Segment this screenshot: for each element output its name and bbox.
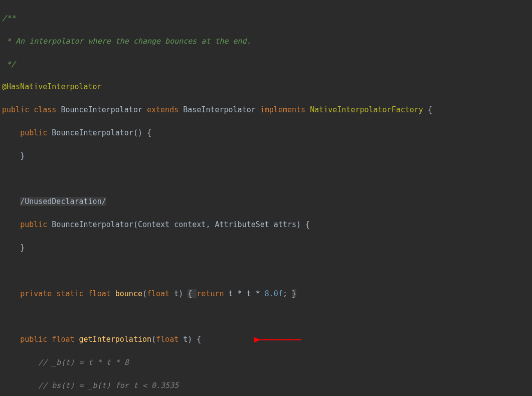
comma: , bbox=[206, 220, 215, 229]
code-line: public float getInterpolation(float t) { bbox=[2, 334, 532, 345]
brace-open: { bbox=[423, 105, 432, 114]
suppressed-inspection: /UnusedDeclaration/ bbox=[20, 197, 106, 206]
code-line: } bbox=[2, 242, 532, 254]
javadoc-body: * An interpolator where the change bounc… bbox=[2, 37, 251, 46]
keyword-public: public bbox=[20, 128, 47, 137]
class-name: BounceInterpolator bbox=[61, 105, 142, 114]
brace-close: } bbox=[292, 289, 296, 298]
code-line: public class BounceInterpolator extends … bbox=[2, 104, 532, 116]
param-name: t bbox=[169, 289, 179, 298]
code-line: private static float bounce(float t) { r… bbox=[2, 288, 532, 300]
code-line: /UnusedDeclaration/ bbox=[2, 196, 532, 208]
param-type: float bbox=[156, 335, 179, 344]
param-name: t bbox=[179, 335, 188, 344]
keyword-extends: extends bbox=[147, 105, 179, 114]
keyword-private: private bbox=[20, 289, 52, 298]
code-line: } bbox=[2, 150, 532, 162]
constructor-name: BounceInterpolator bbox=[52, 220, 133, 229]
paren-close: ) bbox=[179, 289, 188, 298]
code-line bbox=[2, 265, 532, 277]
keyword-implements: implements bbox=[260, 105, 305, 114]
brace-close: } bbox=[20, 243, 25, 252]
semicolon: ; bbox=[283, 289, 292, 298]
param-name: attrs bbox=[269, 220, 296, 229]
comment: // bs(t) = _b(t) for t < 0.3535 bbox=[38, 381, 179, 390]
expr: t * t * bbox=[224, 289, 265, 298]
code-line bbox=[2, 311, 532, 322]
param-type: AttributeSet bbox=[215, 220, 269, 229]
return-type: float bbox=[52, 335, 74, 344]
param-type: float bbox=[147, 289, 169, 298]
number: 8.0f bbox=[265, 289, 283, 298]
paren-open: ( bbox=[151, 335, 156, 344]
superclass: BaseInterpolator bbox=[183, 105, 256, 114]
comment: // _b(t) = t * t * 8 bbox=[38, 358, 129, 367]
code-line: // bs(t) = _b(t) for t < 0.3535 bbox=[2, 380, 532, 391]
brace-close: } bbox=[20, 151, 25, 160]
paren-open: ( bbox=[142, 289, 147, 298]
param-name: context bbox=[169, 220, 206, 229]
keyword-public: public bbox=[20, 220, 47, 229]
constructor-sig: () { bbox=[133, 128, 151, 137]
paren-close: ) { bbox=[296, 220, 310, 229]
code-editor[interactable]: /** * An interpolator where the change b… bbox=[0, 0, 532, 396]
arrow-annotation-icon bbox=[254, 335, 304, 345]
keyword-static: static bbox=[56, 289, 83, 298]
method-name: getInterpolation bbox=[79, 335, 152, 344]
code-line: public BounceInterpolator() { bbox=[2, 127, 532, 139]
param-type: Context bbox=[138, 220, 169, 229]
paren-open: ( bbox=[133, 220, 138, 229]
keyword-public: public bbox=[20, 335, 47, 344]
code-line: /** bbox=[2, 13, 532, 24]
return-type: float bbox=[88, 289, 111, 298]
brace-open: { bbox=[188, 289, 197, 298]
code-line: // _b(t) = t * t * 8 bbox=[2, 357, 532, 368]
keyword-return: return bbox=[197, 289, 224, 298]
method-name: bounce bbox=[115, 289, 142, 298]
keyword-public: public bbox=[2, 105, 29, 114]
constructor-name: BounceInterpolator bbox=[52, 128, 133, 137]
code-line: @HasNativeInterpolator bbox=[2, 81, 532, 93]
code-line: public BounceInterpolator(Context contex… bbox=[2, 219, 532, 231]
code-line: */ bbox=[2, 59, 532, 70]
annotation: @HasNativeInterpolator bbox=[2, 82, 102, 91]
code-line bbox=[2, 173, 532, 185]
code-line: * An interpolator where the change bounc… bbox=[2, 36, 532, 47]
keyword-class: class bbox=[34, 105, 56, 114]
interface-name: NativeInterpolatorFactory bbox=[310, 105, 423, 114]
paren-close: ) { bbox=[188, 335, 201, 344]
javadoc-open: /** bbox=[2, 14, 16, 23]
javadoc-close: */ bbox=[2, 60, 16, 69]
